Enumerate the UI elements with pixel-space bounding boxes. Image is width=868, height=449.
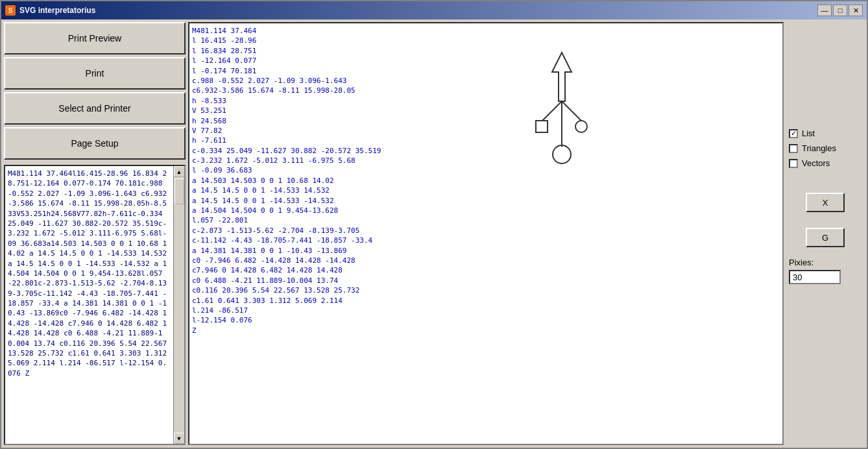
close-button[interactable]: ✕ <box>849 5 863 16</box>
g-button-section: G <box>789 228 862 247</box>
title-bar-buttons: — □ ✕ <box>817 5 863 16</box>
maximize-button[interactable]: □ <box>833 5 847 16</box>
path-textarea-container: M481.114 37.464l16.415-28.96 16.834 28.7… <box>4 165 186 445</box>
pixies-label: Pixies: <box>789 258 862 267</box>
print-preview-button[interactable]: Print Preview <box>4 22 186 55</box>
svg-marker-0 <box>552 53 572 101</box>
svg-line-3 <box>562 101 581 121</box>
pixies-section: Pixies: <box>789 258 862 284</box>
scrollbar: ▲ ▼ <box>173 166 184 444</box>
path-textarea[interactable]: M481.114 37.464l16.415-28.96 16.834 28.7… <box>5 166 173 444</box>
list-checkbox[interactable] <box>789 129 798 138</box>
right-panel: List Triangles Vectors X G <box>786 22 864 445</box>
title-bar: S SVG interpretatorius — □ ✕ <box>1 1 867 19</box>
usb-icon <box>523 49 601 179</box>
content-area: Print Preview Print Select and Printer P… <box>1 19 867 448</box>
usb-icon-container <box>523 49 601 181</box>
scroll-down-button[interactable]: ▼ <box>174 433 185 444</box>
print-button[interactable]: Print <box>4 57 186 90</box>
minimize-button[interactable]: — <box>817 5 832 16</box>
app-icon: S <box>5 5 16 16</box>
svg-rect-2 <box>536 121 548 132</box>
triangles-label: Triangles <box>802 143 836 153</box>
svg-path-display: M481.114 37.464 l 16.415 -28.96 l 16.834… <box>192 26 381 335</box>
scroll-up-button[interactable]: ▲ <box>174 166 185 177</box>
checkbox-group: List Triangles Vectors <box>789 128 862 168</box>
window-title: SVG interpretatorius <box>19 6 814 15</box>
x-button[interactable]: X <box>806 193 845 212</box>
vectors-label: Vectors <box>802 158 830 168</box>
scroll-thumb[interactable] <box>175 178 184 204</box>
svg-point-6 <box>553 145 571 164</box>
vectors-checkbox-row: Vectors <box>789 158 862 168</box>
vectors-checkbox[interactable] <box>789 159 798 168</box>
svg-point-4 <box>575 121 587 132</box>
pixies-input[interactable] <box>789 270 841 284</box>
g-button[interactable]: G <box>806 228 845 247</box>
svg-line-1 <box>542 101 562 121</box>
list-checkbox-row: List <box>789 128 862 138</box>
triangles-checkbox-row: Triangles <box>789 143 862 153</box>
x-button-section: X <box>789 193 862 212</box>
select-and-printer-button[interactable]: Select and Printer <box>4 92 186 125</box>
list-label: List <box>802 128 815 138</box>
middle-panel: M481.114 37.464 l 16.415 -28.96 l 16.834… <box>188 22 784 445</box>
left-panel: Print Preview Print Select and Printer P… <box>4 22 186 445</box>
main-window: S SVG interpretatorius — □ ✕ Print Previ… <box>0 0 868 449</box>
triangles-checkbox[interactable] <box>789 144 798 153</box>
page-setup-button[interactable]: Page Setup <box>4 127 186 160</box>
